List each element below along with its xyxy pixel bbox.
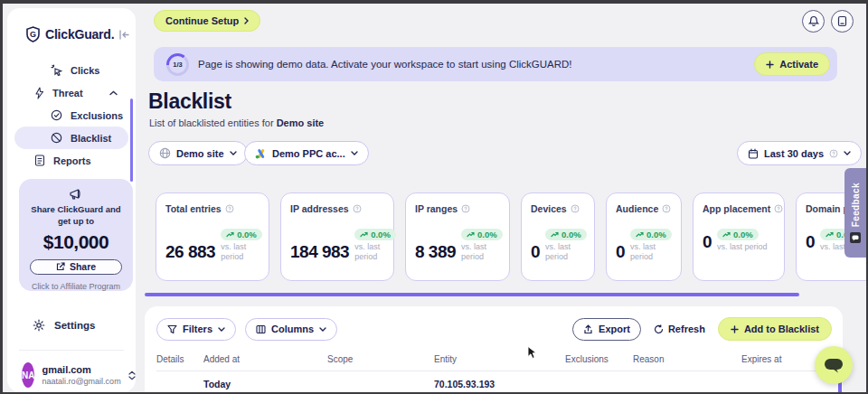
stat-label: Total entries (165, 203, 222, 214)
ppc-account-selector[interactable]: Demo PPC ac... (244, 141, 369, 165)
site-selector[interactable]: Demo site (148, 141, 248, 165)
trend-badge: 0.0% (461, 229, 503, 240)
column-header[interactable]: Details (156, 354, 203, 364)
reader-icon (837, 15, 847, 27)
chevron-up-icon[interactable] (109, 90, 118, 96)
stat-card-devices: Devices 0 0.0% vs. last period (521, 192, 595, 281)
stat-value: 0 (806, 232, 815, 252)
help-center-button[interactable] (831, 10, 854, 33)
activate-button[interactable]: Activate (754, 52, 830, 76)
external-link-icon (56, 262, 65, 271)
notifications-button[interactable] (802, 10, 825, 33)
topbar-actions (802, 10, 854, 33)
bell-icon (808, 15, 819, 27)
sidebar-scrollbar[interactable] (130, 98, 133, 182)
add-to-blacklist-button[interactable]: Add to Blacklist (718, 317, 832, 341)
stats-horizontal-scrollbar[interactable] (145, 293, 799, 296)
stat-vs-label: vs. last period (354, 242, 384, 262)
cell-added-at: Today (203, 379, 327, 389)
setup-progress-step: 1/3 (169, 56, 186, 73)
stat-vs-label: vs. last period (221, 242, 259, 262)
filters-button[interactable]: Filters (156, 318, 236, 341)
chevron-down-icon (319, 327, 326, 332)
user-name: gmail.com (42, 364, 120, 376)
info-icon (461, 204, 470, 213)
trend-badge: 0.0% (354, 229, 396, 240)
column-header[interactable]: Reason (633, 354, 741, 364)
trend-up-icon (722, 231, 731, 238)
sidebar-item-blacklist[interactable]: Blacklist (14, 127, 128, 149)
share-button[interactable]: Share (30, 259, 122, 275)
trend-up-icon (636, 231, 644, 238)
gear-icon (33, 319, 45, 332)
column-header[interactable]: Scope (327, 354, 434, 364)
user-menu-caret-icon (128, 371, 136, 380)
info-icon (225, 204, 234, 213)
stat-card-ip-ranges: IP ranges 8 389 0.0% vs. last period (405, 192, 510, 281)
demo-data-banner: 1/3 Page is showing demo data. Activate … (154, 47, 837, 81)
refresh-icon (654, 324, 664, 334)
reports-icon (34, 155, 45, 166)
affiliate-promo-card[interactable]: Share ClickGuard and get up to $10,000 S… (19, 179, 133, 291)
column-header[interactable]: Entity (434, 354, 565, 364)
clickguard-shield-icon: G (25, 26, 41, 42)
stat-vs-label: vs. last period (545, 242, 585, 262)
stat-vs-label: vs. last period (717, 242, 768, 252)
info-icon (774, 204, 783, 213)
sidebar-item-reports[interactable]: Reports (14, 149, 128, 172)
stat-value: 184 983 (290, 242, 349, 262)
trend-badge: 0.0% (545, 229, 587, 240)
trend-badge: 0.0% (630, 229, 672, 240)
app-name: ClickGuard. (45, 27, 114, 42)
sidebar-divider (19, 350, 124, 351)
plus-icon (731, 325, 739, 333)
user-email: naatali.ro@gmail.com (42, 377, 120, 386)
export-icon (583, 324, 593, 334)
clicks-icon (51, 64, 62, 76)
refresh-button[interactable]: Refresh (654, 324, 705, 334)
table-header-divider (156, 371, 832, 371)
blacklist-icon (51, 132, 62, 144)
table-header-row: Details Added at Scope Entity Exclusions… (156, 354, 832, 364)
date-range-selector[interactable]: Last 30 days (737, 141, 862, 165)
chevron-down-icon (218, 327, 225, 332)
sidebar-nav: Clicks Threat Exclusions Blacklist (7, 59, 136, 172)
feedback-tab[interactable]: Feedback (844, 168, 866, 258)
table-row[interactable]: Today 70.105.93.193 (156, 379, 832, 389)
export-button[interactable]: Export (572, 318, 641, 341)
promo-amount: $10,000 (43, 231, 108, 253)
stat-value: 0 (531, 242, 540, 262)
column-header[interactable]: Added at (203, 354, 327, 364)
continue-setup-button[interactable]: Continue Setup (154, 10, 260, 32)
chevron-down-icon (351, 151, 358, 155)
sidebar: G ClickGuard. Clicks Threat (7, 8, 136, 392)
trend-badge: 0.0% (221, 229, 262, 240)
info-icon (662, 204, 671, 213)
collapse-sidebar-icon[interactable] (118, 30, 130, 40)
column-header[interactable]: Exclusions (565, 354, 633, 364)
stat-card-total-entries: Total entries 26 883 0.0% vs. last perio… (156, 192, 269, 281)
sidebar-item-exclusions[interactable]: Exclusions (14, 104, 128, 127)
sidebar-item-settings[interactable]: Settings (33, 319, 95, 332)
trend-badge: 0.0% (717, 229, 759, 240)
stat-label: Devices (531, 203, 567, 214)
promo-footer: Click to Affiliate Program (32, 282, 120, 291)
stat-vs-label: vs. last period (461, 242, 500, 262)
megaphone-icon (69, 188, 84, 201)
user-info: gmail.com naatali.ro@gmail.com (42, 364, 120, 385)
info-icon (571, 204, 580, 213)
sidebar-item-clicks[interactable]: Clicks (14, 59, 128, 81)
chevron-down-icon (230, 151, 237, 155)
user-menu[interactable]: NA gmail.com naatali.ro@gmail.com (22, 362, 128, 388)
stat-value: 26 883 (165, 242, 215, 262)
chat-launcher-button[interactable] (815, 346, 853, 384)
sidebar-item-threat[interactable]: Threat (14, 81, 128, 104)
columns-icon (256, 324, 266, 334)
columns-button[interactable]: Columns (245, 318, 337, 341)
chevron-right-icon (244, 17, 249, 24)
stat-vs-label: vs. last period (630, 242, 672, 262)
trend-up-icon (360, 231, 368, 238)
sidebar-item-label: Clicks (71, 65, 99, 76)
stat-label: IP addresses (290, 203, 349, 214)
logo: G ClickGuard. (25, 26, 127, 42)
